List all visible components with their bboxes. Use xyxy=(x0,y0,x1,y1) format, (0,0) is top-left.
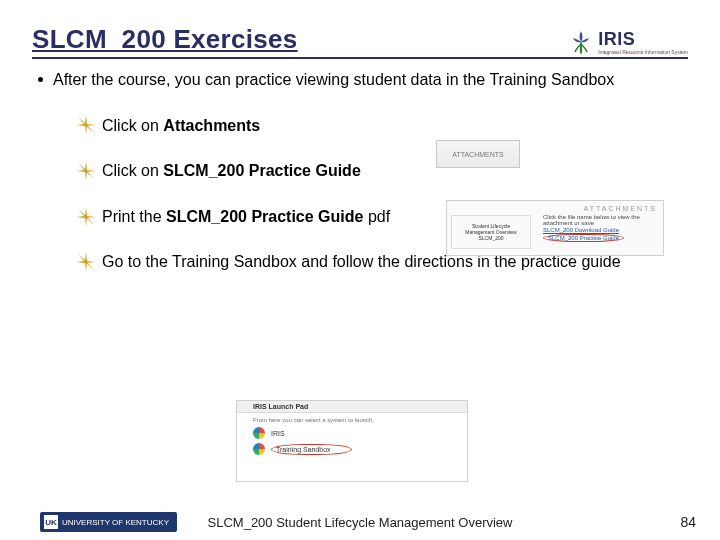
intro-bullet: After the course, you can practice viewi… xyxy=(38,69,688,91)
thumb3-row2-circled: Training Sandbox xyxy=(271,444,352,455)
step-text: Print the SLCM_200 Practice Guide pdf xyxy=(102,206,390,228)
attachments-panel-thumbnail: ATTACHMENTS Click the file name below to… xyxy=(446,200,664,256)
step-prefix: Print the xyxy=(102,208,166,225)
thumb2-link1: SLCM_200 Download Guide xyxy=(543,227,657,233)
intro-bullet-text: After the course, you can practice viewi… xyxy=(53,69,614,91)
attachments-thumbnail: ATTACHMENTS xyxy=(436,140,520,168)
color-wheel-icon xyxy=(253,443,265,455)
step-prefix: Click on xyxy=(102,162,163,179)
starburst-icon xyxy=(76,115,96,135)
launchpad-thumbnail: IRIS Launch Pad From here you can select… xyxy=(236,400,468,482)
starburst-icon xyxy=(76,252,96,272)
thumb2-link2-circled: SLCM_200 Practice Guide xyxy=(543,234,624,242)
thumb2-side-line3: SLCM_200 xyxy=(478,235,503,241)
footer-center: SLCM_200 Student Lifecycle Management Ov… xyxy=(0,515,720,530)
step-prefix: Click on xyxy=(102,117,163,134)
step-text: Click on SLCM_200 Practice Guide xyxy=(102,160,361,182)
slide: SLCM_200 Exercises IRIS Integrated Resou… xyxy=(0,0,720,540)
bullet-dot-icon xyxy=(38,77,43,82)
thumb1-label: ATTACHMENTS xyxy=(452,151,503,158)
thumb2-header: ATTACHMENTS xyxy=(453,205,657,212)
page-title: SLCM_200 Exercises xyxy=(32,24,298,55)
iris-logo: IRIS Integrated Resource Information Sys… xyxy=(568,29,688,55)
thumb3-row1-label: IRIS xyxy=(271,430,285,437)
thumb3-bar: IRIS Launch Pad xyxy=(237,401,467,413)
thumb3-row1: IRIS xyxy=(237,425,467,441)
step-bold: SLCM_200 Practice Guide xyxy=(166,208,363,225)
color-wheel-icon xyxy=(253,427,265,439)
iris-flower-icon xyxy=(568,29,594,55)
step-bold: Attachments xyxy=(163,117,260,134)
thumb3-hint: From here you can select a system to lau… xyxy=(237,413,467,425)
thumb2-link2: SLCM_200 Practice Guide xyxy=(543,234,657,242)
step-text: Click on Attachments xyxy=(102,115,260,137)
starburst-icon xyxy=(76,161,96,181)
step-2: Click on SLCM_200 Practice Guide xyxy=(76,160,688,182)
page-number: 84 xyxy=(680,514,696,530)
iris-logo-subtext: Integrated Resource Information System xyxy=(598,50,688,55)
header: SLCM_200 Exercises IRIS Integrated Resou… xyxy=(32,24,688,59)
starburst-icon xyxy=(76,207,96,227)
thumb2-hint: Click the file name below to view the at… xyxy=(543,214,657,226)
step-suffix: pdf xyxy=(363,208,390,225)
iris-logo-text: IRIS xyxy=(598,29,688,50)
iris-logo-text-wrap: IRIS Integrated Resource Information Sys… xyxy=(598,29,688,55)
step-1: Click on Attachments xyxy=(76,115,688,137)
step-bold: SLCM_200 Practice Guide xyxy=(163,162,360,179)
thumb3-row2: Training Sandbox xyxy=(237,441,467,457)
thumb2-side-box: Student Lifecycle Management Overview SL… xyxy=(451,215,531,249)
